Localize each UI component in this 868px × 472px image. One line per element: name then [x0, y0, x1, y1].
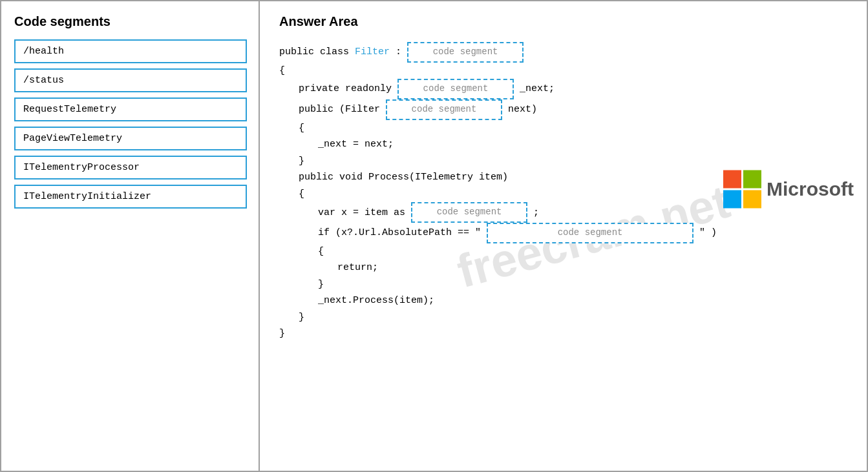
code-line-2: private readonly code segment _next;	[279, 79, 847, 99]
kw-void: void	[339, 169, 368, 186]
code-line-4: _next = next;	[279, 136, 847, 153]
list-item-pageviewtelemetry[interactable]: PageViewTelemetry	[14, 127, 247, 150]
code-line-brace3: }	[279, 153, 847, 170]
kw-public-1: public	[279, 44, 320, 61]
ms-square-blue	[723, 190, 741, 208]
list-item-health[interactable]: /health	[14, 39, 247, 63]
panel-title: Code segments	[14, 14, 246, 29]
code-line-9: _next.Process(item);	[279, 292, 847, 309]
code-line-brace1: {	[279, 63, 847, 79]
list-item-itelementryprocessor[interactable]: ITelementryProcessor	[14, 156, 247, 180]
code-line-brace5: {	[279, 243, 847, 260]
answer-title: Answer Area	[279, 14, 847, 29]
ms-square-green	[743, 170, 761, 188]
ms-squares	[723, 170, 761, 208]
code-segment-box-5[interactable]: code segment	[487, 223, 693, 243]
ms-square-yellow	[743, 190, 761, 208]
code-line-1: public class Filter : code segment	[279, 42, 847, 63]
kw-semicolon: ;	[527, 205, 539, 221]
kw-public-2: public (Filter	[299, 101, 386, 118]
left-panel: Code segments /health /status RequestTel…	[1, 1, 260, 471]
kw-private: private	[299, 81, 345, 97]
ms-square-red	[723, 170, 741, 188]
code-line-brace2: {	[279, 120, 847, 137]
kw-colon-1: :	[390, 44, 407, 61]
kw-process: Process(ITelemetry item)	[368, 169, 508, 186]
list-item-requesttelemetry[interactable]: RequestTelemetry	[14, 97, 247, 121]
code-line-brace8: }	[279, 325, 847, 342]
kw-public-3: public	[299, 169, 339, 186]
code-line-8: return;	[279, 260, 847, 276]
list-item-status[interactable]: /status	[14, 68, 247, 92]
code-line-3: public (Filter code segment next)	[279, 99, 847, 120]
kw-quote-close: " )	[693, 225, 717, 241]
ms-text: Microsoft	[767, 178, 854, 200]
code-segment-box-2[interactable]: code segment	[397, 79, 514, 99]
code-line-7: if (x?.Url.AbsolutePath == " code segmen…	[279, 223, 847, 243]
code-line-brace6: }	[279, 276, 847, 293]
kw-if: if (x?.Url.AbsolutePath == "	[318, 225, 487, 241]
kw-as: as	[394, 205, 411, 221]
code-segment-box-1[interactable]: code segment	[407, 42, 524, 63]
kw-var: var x = item	[318, 205, 394, 221]
code-line-brace7: }	[279, 309, 847, 326]
kw-next2: next)	[502, 101, 537, 118]
code-segment-box-3[interactable]: code segment	[386, 99, 502, 120]
right-panel: Answer Area freecram.net Microsoft publi…	[260, 1, 867, 471]
microsoft-logo: Microsoft	[723, 170, 854, 208]
kw-filter: Filter	[355, 44, 390, 61]
main-container: Code segments /health /status RequestTel…	[0, 0, 868, 472]
kw-next: _next;	[514, 81, 555, 97]
kw-class: class	[320, 44, 355, 61]
code-segment-box-4[interactable]: code segment	[411, 202, 527, 223]
list-item-itelementryinitializer[interactable]: ITelementryInitializer	[14, 185, 247, 209]
kw-readonly: readonly	[345, 81, 397, 97]
